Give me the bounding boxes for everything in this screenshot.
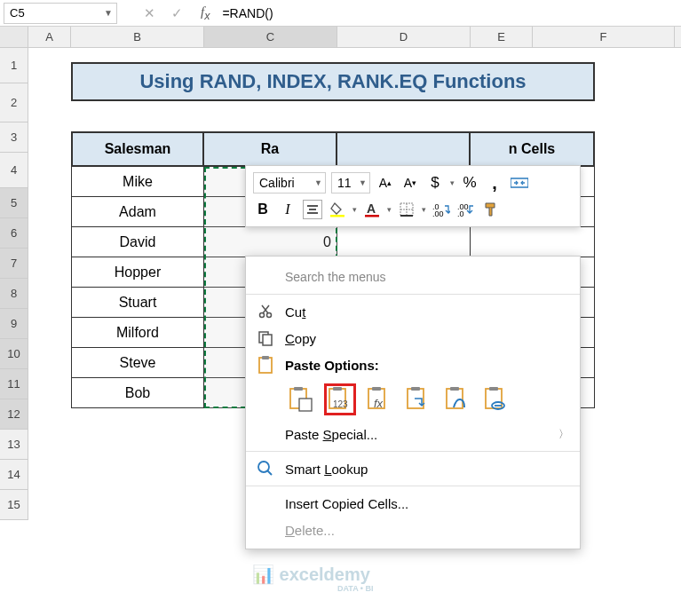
paste-formatting-icon[interactable] [441, 383, 473, 415]
fill-color-icon[interactable] [328, 200, 347, 219]
row-header-11[interactable]: 11 [0, 369, 28, 399]
cell-salesman[interactable]: Steve [71, 348, 204, 378]
cell-rand[interactable]: 0 [204, 227, 337, 257]
paste-link-icon[interactable] [480, 383, 512, 415]
copy-icon [246, 330, 285, 346]
cell-salesman[interactable]: David [71, 227, 204, 257]
svg-rect-19 [333, 387, 342, 391]
th-random-cells[interactable]: n Cells [471, 131, 595, 167]
svg-text:.00: .00 [432, 209, 444, 217]
menu-search-input[interactable]: Search the menus [285, 265, 571, 288]
menu-separator [246, 294, 580, 295]
menu-copy[interactable]: Copy [246, 325, 580, 351]
row-header-1[interactable]: 1 [0, 48, 28, 83]
bold-icon[interactable]: B [253, 200, 273, 219]
svg-rect-29 [489, 387, 498, 391]
menu-paste-special[interactable]: Paste Special... 〉 [246, 421, 580, 447]
cell-salesman[interactable]: Milford [71, 318, 204, 348]
row-header-4[interactable]: 4 [0, 153, 28, 188]
col-header-F[interactable]: F [533, 27, 675, 47]
paste-formulas-icon[interactable]: fx [363, 383, 395, 415]
accounting-format-icon[interactable]: $ [425, 173, 445, 193]
cell-salary[interactable] [337, 227, 471, 257]
svg-rect-14 [262, 356, 269, 359]
row-header-15[interactable]: 15 [0, 490, 28, 520]
row-header-8[interactable]: 8 [0, 279, 28, 309]
row-header-5[interactable]: 5 [0, 188, 28, 218]
row-header-9[interactable]: 9 [0, 309, 28, 339]
row-header-14[interactable]: 14 [0, 460, 28, 490]
th-rand-text: Ra [261, 141, 279, 157]
svg-rect-25 [411, 387, 420, 391]
svg-rect-13 [259, 358, 272, 373]
column-headers: A B C D E F [0, 27, 681, 48]
menu-cut[interactable]: Cut [246, 298, 580, 325]
col-header-B[interactable]: B [71, 27, 204, 47]
cell-salesman[interactable]: Bob [71, 378, 204, 408]
font-size-selector[interactable]: 11▼ [331, 172, 370, 193]
name-box-dropdown-icon[interactable]: ▼ [104, 8, 113, 18]
svg-rect-12 [263, 335, 272, 345]
svg-text:123: 123 [333, 399, 348, 409]
cancel-icon[interactable]: ✕ [144, 5, 155, 21]
select-all-triangle[interactable] [0, 27, 28, 47]
menu-paste-special-label: Paste Special... [285, 427, 558, 442]
menu-insert-copied[interactable]: Insert Copied Cells... [246, 490, 580, 517]
align-center-icon[interactable] [303, 200, 322, 219]
paste-options-label: Paste Options: [285, 358, 379, 373]
font-family-selector[interactable]: Calibri▼ [253, 172, 326, 193]
merge-center-icon[interactable] [510, 173, 529, 193]
enter-icon[interactable]: ✓ [171, 5, 183, 21]
decrease-decimal-icon[interactable]: .00.0 [456, 200, 476, 219]
increase-decimal-icon[interactable]: .0.00 [432, 200, 451, 219]
paste-all-icon[interactable] [285, 383, 317, 415]
menu-smart-lookup[interactable]: Smart Lookup [246, 455, 580, 482]
row-header-6[interactable]: 6 [0, 218, 28, 249]
row-header-12[interactable]: 12 [0, 399, 28, 430]
format-painter-icon[interactable] [481, 200, 501, 219]
clipboard-icon [246, 355, 285, 375]
col-header-A[interactable]: A [28, 27, 71, 47]
th-rand[interactable]: Ra [204, 131, 337, 167]
percent-format-icon[interactable]: % [460, 173, 479, 193]
th-salary[interactable] [337, 131, 471, 167]
paste-values-icon[interactable]: 123 [324, 383, 356, 415]
th-salesman[interactable]: Salesman [71, 131, 204, 167]
col-header-C[interactable]: C [204, 27, 337, 47]
context-menu: Search the menus Cut Copy Paste Options:… [245, 256, 581, 549]
cell-salesman[interactable]: Mike [71, 167, 204, 197]
decrease-font-icon[interactable]: A▾ [400, 173, 420, 193]
cell-random[interactable] [471, 227, 595, 257]
svg-rect-22 [372, 387, 381, 391]
fx-icon[interactable]: fx [201, 4, 210, 22]
menu-smart-lookup-label: Smart Lookup [285, 462, 569, 477]
row-header-13[interactable]: 13 [0, 430, 28, 460]
cell-salesman[interactable]: Stuart [71, 288, 204, 318]
paste-transpose-icon[interactable] [402, 383, 434, 415]
italic-icon[interactable]: I [278, 200, 297, 219]
font-color-icon[interactable]: A [362, 200, 382, 219]
col-header-D[interactable]: D [337, 27, 471, 47]
row-header-10[interactable]: 10 [0, 339, 28, 369]
cell-salesman[interactable]: Hopper [71, 257, 204, 288]
svg-rect-0 [511, 178, 528, 187]
name-box[interactable]: C5 ▼ [4, 3, 117, 24]
col-header-E[interactable]: E [471, 27, 533, 47]
menu-separator [246, 486, 580, 486]
menu-delete[interactable]: Delete... [246, 517, 580, 543]
smart-lookup-icon [246, 460, 285, 478]
row-header-3[interactable]: 3 [0, 122, 28, 153]
cell-salesman[interactable]: Adam [71, 197, 204, 227]
comma-format-icon[interactable]: , [485, 173, 504, 193]
name-box-value: C5 [10, 6, 25, 20]
svg-rect-27 [450, 387, 459, 391]
row-header-7[interactable]: 7 [0, 249, 28, 279]
paste-options-row: 123 fx [246, 378, 580, 421]
paste-options-header: Paste Options: [246, 351, 580, 378]
th-rc-text: n Cells [509, 141, 555, 157]
row-header-2[interactable]: 2 [0, 83, 28, 122]
formula-bar-input[interactable]: =RAND() [222, 6, 273, 20]
increase-font-icon[interactable]: A▴ [376, 173, 395, 193]
borders-icon[interactable] [397, 200, 416, 219]
scissors-icon [246, 304, 285, 320]
